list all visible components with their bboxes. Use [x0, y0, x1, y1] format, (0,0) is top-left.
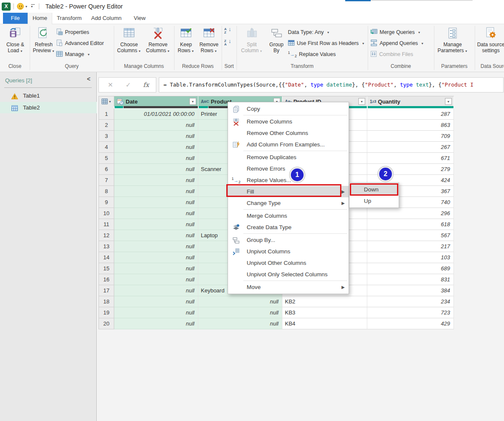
column-header-date[interactable]: Date ▼ [114, 96, 198, 107]
remove-columns-button[interactable]: RemoveColumns▼ [144, 26, 172, 54]
feedback-smiley-icon[interactable] [17, 3, 24, 10]
row-number[interactable]: 10 [99, 208, 114, 219]
formula-bar[interactable]: = Table.TransformColumnTypes(Source,{{"D… [159, 77, 504, 93]
cell-date[interactable]: null [114, 120, 198, 131]
cell-product-id[interactable]: KB4 [282, 318, 367, 329]
manage-button[interactable]: Manage ▼ [56, 49, 90, 59]
cell-quantity[interactable]: 671 [367, 153, 454, 164]
split-column-button[interactable]: SplitColumn▼ [239, 26, 265, 54]
row-number[interactable]: 9 [99, 197, 114, 208]
cell-quantity[interactable]: 267 [367, 142, 454, 153]
menu-item-copy[interactable]: Copy [228, 103, 349, 115]
row-number[interactable]: 16 [99, 274, 114, 285]
tab-file[interactable]: File [3, 13, 28, 24]
smiley-dropdown-caret[interactable]: ▾ [25, 5, 27, 8]
cell-date[interactable]: null [114, 208, 198, 219]
select-all-button[interactable]: ▼ [99, 96, 114, 107]
menu-item-move[interactable]: Move▶ [228, 281, 349, 293]
cell-product[interactable]: null [198, 318, 282, 329]
row-number[interactable]: 19 [99, 307, 114, 318]
combine-files-button[interactable]: Combine Files [370, 49, 413, 59]
cell-date[interactable]: null [114, 142, 198, 153]
cell-date[interactable]: 01/01/2021 00:00:00 [114, 109, 198, 120]
menu-item-change-type[interactable]: Change Type▶ [228, 197, 349, 209]
data-type-button[interactable]: Data Type: Any ▼ [288, 27, 329, 37]
cell-date[interactable]: null [114, 318, 198, 329]
cell-date[interactable]: null [114, 131, 198, 142]
row-number[interactable]: 13 [99, 241, 114, 252]
row-number[interactable]: 1 [99, 109, 114, 120]
row-number[interactable]: 18 [99, 296, 114, 307]
submenu-item-up[interactable]: Up [349, 195, 399, 207]
sort-ascending-button[interactable]: AZ↓ [223, 26, 233, 36]
accept-formula-button[interactable]: ✓ [120, 78, 136, 92]
sidebar-item-table1[interactable]: Table1 [0, 90, 97, 101]
cell-date[interactable]: null [114, 186, 198, 197]
column-filter-button[interactable]: ▼ [189, 98, 196, 105]
row-number[interactable]: 11 [99, 219, 114, 230]
cell-quantity[interactable]: 234 [367, 296, 454, 307]
append-queries-button[interactable]: Append Queries ▼ [370, 38, 424, 48]
row-number[interactable]: 2 [99, 120, 114, 131]
cell-date[interactable]: null [114, 175, 198, 186]
row-number[interactable]: 8 [99, 186, 114, 197]
use-first-row-as-headers-button[interactable]: Use First Row as Headers ▼ [288, 38, 365, 48]
cell-quantity[interactable]: 618 [367, 219, 454, 230]
column-filter-button[interactable]: ▼ [358, 98, 365, 105]
cell-date[interactable]: null [114, 274, 198, 285]
cell-product[interactable]: null [198, 296, 282, 307]
cell-date[interactable]: null [114, 153, 198, 164]
row-number[interactable]: 3 [99, 131, 114, 142]
row-number[interactable]: 4 [99, 142, 114, 153]
menu-item-add-column-from-examples[interactable]: Add Column From Examples... [228, 139, 349, 150]
remove-rows-button[interactable]: RemoveRows▼ [197, 26, 221, 54]
sort-descending-button[interactable]: ZA↓ [223, 38, 233, 48]
replace-values-button[interactable]: 1→2 Replace Values [288, 49, 336, 59]
choose-columns-button[interactable]: ChooseColumns▼ [115, 26, 143, 54]
cell-product-id[interactable]: KB2 [282, 296, 367, 307]
cell-date[interactable]: null [114, 230, 198, 241]
cell-quantity[interactable]: 384 [367, 285, 454, 296]
row-number[interactable]: 7 [99, 175, 114, 186]
cell-quantity[interactable]: 723 [367, 307, 454, 318]
cancel-formula-button[interactable]: ✕ [102, 78, 118, 92]
cell-date[interactable]: null [114, 219, 198, 230]
data-source-settings-button[interactable]: Data sourcesettings [476, 26, 504, 53]
tab-transform[interactable]: Transform [52, 13, 86, 24]
cell-product[interactable]: null [198, 307, 282, 318]
cell-date[interactable]: null [114, 241, 198, 252]
row-number[interactable]: 12 [99, 230, 114, 241]
cell-quantity[interactable]: 567 [367, 230, 454, 241]
keep-rows-button[interactable]: KeepRows▼ [175, 26, 197, 54]
row-number[interactable]: 20 [99, 318, 114, 329]
cell-quantity[interactable]: 689 [367, 263, 454, 274]
menu-item-remove-duplicates[interactable]: Remove Duplicates [228, 152, 349, 163]
row-number[interactable]: 5 [99, 153, 114, 164]
cell-quantity[interactable]: 429 [367, 318, 454, 329]
cell-quantity[interactable]: 709 [367, 131, 454, 142]
cell-date[interactable]: null [114, 263, 198, 274]
menu-item-merge-columns[interactable]: Merge Columns [228, 210, 349, 222]
cell-quantity[interactable]: 103 [367, 252, 454, 263]
tab-view[interactable]: View [127, 13, 153, 24]
menu-item-remove-errors[interactable]: Remove Errors [228, 163, 349, 174]
quick-access-toolbar-icon[interactable] [31, 3, 36, 10]
row-number[interactable]: 17 [99, 285, 114, 296]
cell-quantity[interactable]: 296 [367, 208, 454, 219]
cell-date[interactable]: null [114, 296, 198, 307]
cell-date[interactable]: null [114, 197, 198, 208]
row-number[interactable]: 6 [99, 164, 114, 175]
group-by-button[interactable]: GroupBy [266, 26, 287, 53]
close-and-load-button[interactable]: Close &Load▼ [3, 26, 28, 54]
menu-item-remove-columns[interactable]: Remove Columns [228, 116, 349, 127]
collapse-pane-button[interactable]: < [87, 76, 90, 82]
cell-quantity[interactable]: 287 [367, 109, 454, 120]
sidebar-item-table2[interactable]: Table2 [0, 102, 97, 113]
tab-home[interactable]: Home [28, 13, 52, 24]
menu-item-create-data-type[interactable]: Create Data Type [228, 222, 349, 233]
refresh-preview-button[interactable]: RefreshPreview▼ [31, 26, 56, 54]
menu-item-unpivot-only-selected-columns[interactable]: Unpivot Only Selected Columns [228, 269, 349, 280]
column-header-quantity[interactable]: 123 Quantity ▼ [367, 96, 454, 107]
column-filter-button[interactable]: ▼ [445, 98, 452, 105]
menu-item-remove-other-columns[interactable]: Remove Other Columns [228, 127, 349, 139]
